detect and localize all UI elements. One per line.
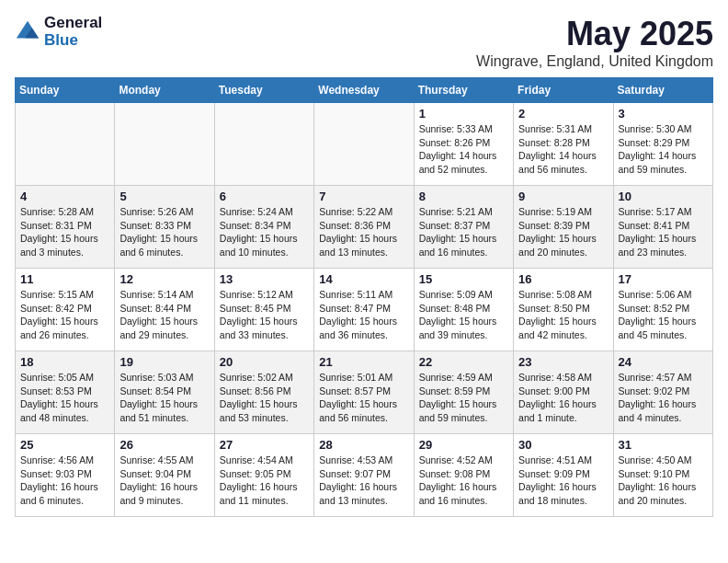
calendar-table: SundayMondayTuesdayWednesdayThursdayFrid… <box>15 77 713 517</box>
calendar-cell: 23Sunrise: 4:58 AM Sunset: 9:00 PM Dayli… <box>514 351 613 434</box>
header-day-saturday: Saturday <box>613 78 712 103</box>
day-number: 27 <box>220 438 309 452</box>
calendar-cell: 11Sunrise: 5:15 AM Sunset: 8:42 PM Dayli… <box>16 269 115 351</box>
day-number: 13 <box>220 272 309 286</box>
calendar-cell: 30Sunrise: 4:51 AM Sunset: 9:09 PM Dayli… <box>514 434 613 517</box>
day-info: Sunrise: 5:05 AM Sunset: 8:53 PM Dayligh… <box>20 371 109 425</box>
calendar-cell: 6Sunrise: 5:24 AM Sunset: 8:34 PM Daylig… <box>214 186 313 269</box>
day-number: 20 <box>220 355 309 369</box>
day-number: 8 <box>419 190 508 203</box>
calendar-cell: 31Sunrise: 4:50 AM Sunset: 9:10 PM Dayli… <box>613 434 712 517</box>
logo-text: General Blue <box>44 15 102 49</box>
day-number: 26 <box>119 438 209 452</box>
header-day-tuesday: Tuesday <box>214 78 313 103</box>
calendar-cell: 10Sunrise: 5:17 AM Sunset: 8:41 PM Dayli… <box>613 186 712 269</box>
day-info: Sunrise: 5:06 AM Sunset: 8:52 PM Dayligh… <box>619 288 708 342</box>
week-row-1: 1Sunrise: 5:33 AM Sunset: 8:26 PM Daylig… <box>16 103 713 186</box>
calendar-cell: 3Sunrise: 5:30 AM Sunset: 8:29 PM Daylig… <box>613 103 712 186</box>
day-number: 28 <box>319 438 408 452</box>
day-info: Sunrise: 5:26 AM Sunset: 8:33 PM Dayligh… <box>119 205 209 259</box>
logo-blue: Blue <box>44 32 102 50</box>
day-info: Sunrise: 5:02 AM Sunset: 8:56 PM Dayligh… <box>220 371 309 425</box>
page-header: General Blue May 2025 Wingrave, England,… <box>15 15 713 70</box>
calendar-cell: 4Sunrise: 5:28 AM Sunset: 8:31 PM Daylig… <box>16 186 115 269</box>
logo-general: General <box>44 15 102 32</box>
day-number: 19 <box>119 355 209 369</box>
header-day-sunday: Sunday <box>16 78 115 103</box>
day-info: Sunrise: 4:54 AM Sunset: 9:05 PM Dayligh… <box>220 454 309 508</box>
day-number: 17 <box>619 272 708 286</box>
calendar-cell: 14Sunrise: 5:11 AM Sunset: 8:47 PM Dayli… <box>314 269 414 351</box>
calendar-cell: 22Sunrise: 4:59 AM Sunset: 8:59 PM Dayli… <box>414 351 513 434</box>
day-number: 21 <box>319 355 408 369</box>
day-number: 6 <box>220 190 309 203</box>
day-info: Sunrise: 5:31 AM Sunset: 8:28 PM Dayligh… <box>518 122 608 177</box>
day-info: Sunrise: 5:03 AM Sunset: 8:54 PM Dayligh… <box>119 371 209 425</box>
day-number: 18 <box>20 355 109 369</box>
calendar-cell: 1Sunrise: 5:33 AM Sunset: 8:26 PM Daylig… <box>414 103 513 186</box>
calendar-cell: 15Sunrise: 5:09 AM Sunset: 8:48 PM Dayli… <box>414 269 513 351</box>
day-info: Sunrise: 4:53 AM Sunset: 9:07 PM Dayligh… <box>319 454 408 508</box>
calendar-cell: 29Sunrise: 4:52 AM Sunset: 9:08 PM Dayli… <box>414 434 513 517</box>
calendar-cell <box>214 103 313 186</box>
day-number: 23 <box>518 355 608 369</box>
day-info: Sunrise: 4:59 AM Sunset: 8:59 PM Dayligh… <box>419 371 508 425</box>
day-number: 7 <box>319 190 408 203</box>
calendar-cell: 26Sunrise: 4:55 AM Sunset: 9:04 PM Dayli… <box>115 434 214 517</box>
calendar-cell <box>314 103 414 186</box>
day-info: Sunrise: 4:57 AM Sunset: 9:02 PM Dayligh… <box>619 371 708 425</box>
calendar-cell: 25Sunrise: 4:56 AM Sunset: 9:03 PM Dayli… <box>16 434 115 517</box>
header-day-monday: Monday <box>115 78 214 103</box>
day-info: Sunrise: 5:30 AM Sunset: 8:29 PM Dayligh… <box>619 122 708 177</box>
day-info: Sunrise: 5:09 AM Sunset: 8:48 PM Dayligh… <box>419 288 508 342</box>
day-info: Sunrise: 4:56 AM Sunset: 9:03 PM Dayligh… <box>20 454 109 508</box>
calendar-cell: 20Sunrise: 5:02 AM Sunset: 8:56 PM Dayli… <box>214 351 313 434</box>
calendar-cell: 13Sunrise: 5:12 AM Sunset: 8:45 PM Dayli… <box>214 269 313 351</box>
day-number: 11 <box>20 272 109 286</box>
day-number: 14 <box>319 272 408 286</box>
day-info: Sunrise: 5:12 AM Sunset: 8:45 PM Dayligh… <box>220 288 309 342</box>
calendar-cell: 18Sunrise: 5:05 AM Sunset: 8:53 PM Dayli… <box>16 351 115 434</box>
calendar-cell <box>115 103 214 186</box>
day-info: Sunrise: 4:55 AM Sunset: 9:04 PM Dayligh… <box>119 454 209 508</box>
day-number: 16 <box>518 272 608 286</box>
day-info: Sunrise: 5:14 AM Sunset: 8:44 PM Dayligh… <box>119 288 209 342</box>
day-info: Sunrise: 4:52 AM Sunset: 9:08 PM Dayligh… <box>419 454 508 508</box>
calendar-cell <box>16 103 115 186</box>
day-number: 9 <box>518 190 608 203</box>
day-info: Sunrise: 5:33 AM Sunset: 8:26 PM Dayligh… <box>419 122 508 177</box>
calendar-cell: 28Sunrise: 4:53 AM Sunset: 9:07 PM Dayli… <box>314 434 414 517</box>
calendar-body: 1Sunrise: 5:33 AM Sunset: 8:26 PM Daylig… <box>16 103 713 517</box>
day-info: Sunrise: 4:50 AM Sunset: 9:10 PM Dayligh… <box>619 454 708 508</box>
calendar-cell: 24Sunrise: 4:57 AM Sunset: 9:02 PM Dayli… <box>613 351 712 434</box>
calendar-cell: 9Sunrise: 5:19 AM Sunset: 8:39 PM Daylig… <box>514 186 613 269</box>
day-number: 31 <box>619 438 708 452</box>
day-number: 30 <box>518 438 608 452</box>
day-info: Sunrise: 5:22 AM Sunset: 8:36 PM Dayligh… <box>319 205 408 259</box>
subtitle: Wingrave, England, United Kingdom <box>476 53 713 70</box>
day-info: Sunrise: 5:17 AM Sunset: 8:41 PM Dayligh… <box>619 205 708 259</box>
day-info: Sunrise: 4:51 AM Sunset: 9:09 PM Dayligh… <box>518 454 608 508</box>
week-row-4: 18Sunrise: 5:05 AM Sunset: 8:53 PM Dayli… <box>16 351 713 434</box>
calendar-cell: 8Sunrise: 5:21 AM Sunset: 8:37 PM Daylig… <box>414 186 513 269</box>
calendar-header: SundayMondayTuesdayWednesdayThursdayFrid… <box>16 78 713 103</box>
logo-icon <box>15 19 40 45</box>
week-row-2: 4Sunrise: 5:28 AM Sunset: 8:31 PM Daylig… <box>16 186 713 269</box>
day-number: 2 <box>518 107 608 121</box>
header-day-wednesday: Wednesday <box>314 78 414 103</box>
week-row-3: 11Sunrise: 5:15 AM Sunset: 8:42 PM Dayli… <box>16 269 713 351</box>
day-number: 24 <box>619 355 708 369</box>
day-info: Sunrise: 5:01 AM Sunset: 8:57 PM Dayligh… <box>319 371 408 425</box>
day-info: Sunrise: 5:08 AM Sunset: 8:50 PM Dayligh… <box>518 288 608 342</box>
day-number: 15 <box>419 272 508 286</box>
calendar-cell: 2Sunrise: 5:31 AM Sunset: 8:28 PM Daylig… <box>514 103 613 186</box>
header-row: SundayMondayTuesdayWednesdayThursdayFrid… <box>16 78 713 103</box>
main-title: May 2025 <box>476 15 713 53</box>
day-info: Sunrise: 5:21 AM Sunset: 8:37 PM Dayligh… <box>419 205 508 259</box>
day-number: 29 <box>419 438 508 452</box>
day-number: 12 <box>119 272 209 286</box>
day-info: Sunrise: 5:15 AM Sunset: 8:42 PM Dayligh… <box>20 288 109 342</box>
calendar-cell: 17Sunrise: 5:06 AM Sunset: 8:52 PM Dayli… <box>613 269 712 351</box>
logo: General Blue <box>15 15 102 49</box>
calendar-cell: 12Sunrise: 5:14 AM Sunset: 8:44 PM Dayli… <box>115 269 214 351</box>
